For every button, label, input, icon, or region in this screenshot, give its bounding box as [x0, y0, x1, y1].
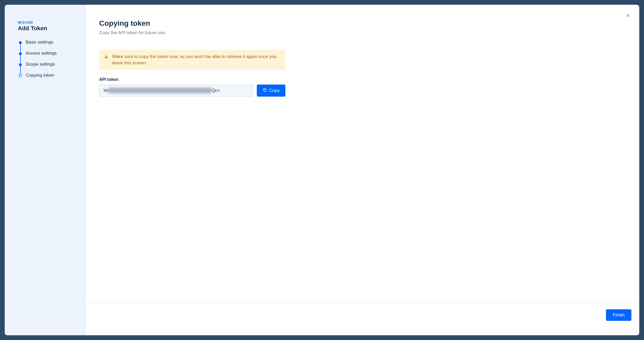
close-icon [626, 13, 631, 19]
api-token-label: API token [99, 77, 608, 82]
token-obscured: ████████████████████████████ [109, 88, 212, 93]
warning-icon [104, 54, 109, 60]
copy-button[interactable]: Copy [257, 85, 285, 97]
wizard-title: Add Token [18, 25, 73, 32]
finish-button[interactable]: Finish [606, 309, 631, 321]
wizard-sidebar: WIZARD Add Token Basic settings Access s… [5, 5, 86, 335]
finish-button-label: Finish [613, 312, 625, 317]
copy-icon [263, 88, 267, 93]
wizard-step-copying-token[interactable]: Copying token [18, 73, 73, 78]
wizard-content: Copying token Copy the API token for fut… [86, 5, 639, 335]
wizard-step-label: Access settings [26, 51, 57, 56]
close-button[interactable] [625, 12, 632, 19]
warning-alert: Make sure to copy the token now, as you … [99, 50, 285, 70]
wizard-step-basic-settings[interactable]: Basic settings [18, 40, 73, 51]
api-token-field[interactable]: bh████████████████████████████Qc= [99, 85, 253, 97]
wizard-footer: Finish [86, 303, 639, 321]
wizard-step-label: Basic settings [26, 40, 53, 45]
page-subtitle: Copy the API token for future use. [99, 30, 608, 35]
copy-button-label: Copy [269, 88, 280, 93]
wizard-step-label: Scope settings [26, 62, 55, 67]
svg-rect-3 [106, 57, 107, 58]
warning-alert-text: Make sure to copy the token now, as you … [112, 54, 281, 66]
wizard-step-scope-settings[interactable]: Scope settings [18, 62, 73, 73]
token-suffix: Qc= [212, 88, 220, 93]
token-row: bh████████████████████████████Qc= Copy [99, 85, 285, 97]
token-prefix: bh [104, 88, 109, 93]
svg-rect-2 [106, 56, 107, 57]
wizard-steps: Basic settings Access settings Scope set… [18, 40, 73, 78]
wizard-modal: WIZARD Add Token Basic settings Access s… [5, 5, 639, 335]
wizard-step-label: Copying token [26, 73, 54, 78]
wizard-step-access-settings[interactable]: Access settings [18, 51, 73, 62]
wizard-label: WIZARD [18, 20, 73, 24]
svg-rect-4 [264, 89, 267, 91]
page-title: Copying token [99, 19, 608, 28]
